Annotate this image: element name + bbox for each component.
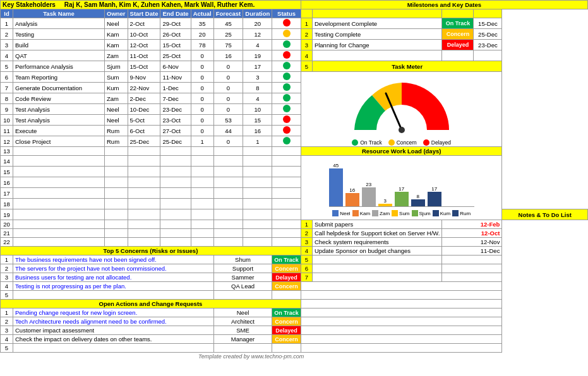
- stakeholders-list: Raj K, Sam Manh, Kim K, Zuhen Kahen, Mar…: [64, 1, 255, 8]
- ms-col-date: [474, 9, 502, 18]
- col-id: Id: [1, 9, 13, 18]
- status-dot: [283, 115, 291, 123]
- milestones-header: Milestones and Key Dates: [303, 1, 585, 8]
- concern-row: 2 The servers for the project have not b…: [1, 264, 588, 273]
- table-row: 22 3 Check system requirements 12-Nov: [1, 238, 588, 247]
- concern-row: 5: [1, 291, 588, 300]
- resource-header: Resource Work Load (days): [301, 147, 502, 156]
- table-row: 4 QAT Zam 11-Oct 25-Oct 0 16 19 4: [1, 50, 588, 61]
- col-owner: Owner: [105, 9, 128, 18]
- table-row: 1 Analysis Neel 2-Oct 29-Oct 35 45 20 1 …: [1, 18, 588, 29]
- concern-row: 1 The business requirements have not bee…: [1, 256, 588, 264]
- table-row: 5 Performance Analysis Sjum 15-Oct 6-Nov…: [1, 61, 588, 72]
- status-dot: [283, 83, 291, 91]
- stakeholders-title: Key Stakeholders: [3, 1, 56, 8]
- col-status: Status: [272, 9, 301, 18]
- action-row: 1 Pending change request for new login s…: [1, 308, 588, 317]
- status-dot: [283, 73, 291, 80]
- resource-legend: Neel Kam Zam Sum Sjum Kum Rum: [326, 210, 477, 216]
- open-actions-header: Open Actions and Change Requests: [1, 300, 301, 308]
- concern-row: 4 Testing is not progressing as per the …: [1, 282, 588, 291]
- status-dot: [283, 19, 291, 26]
- key-stakeholders-label: Key Stakeholders Raj K, Sam Manh, Kim K,…: [1, 1, 301, 9]
- action-row: 2 Tech Architecture needs alignment need…: [1, 317, 588, 326]
- status-dot: [283, 62, 291, 69]
- table-row: 14 45 16: [1, 156, 588, 167]
- col-actual: Actual: [191, 9, 213, 18]
- table-row: 3 Build Kam 12-Oct 15-Oct 78 75 4 3 Plan…: [1, 40, 588, 50]
- task-meter-legend: On Track Concern Delayed: [303, 139, 500, 146]
- status-dot: [283, 137, 291, 144]
- milestones-top: Milestones and Key Dates: [301, 1, 587, 9]
- col-task: Task Name: [13, 9, 105, 18]
- top5-header: Top 5 Concerns (Risks or Issues): [1, 247, 301, 256]
- ms-col-id: [301, 9, 312, 18]
- footer: Template created by www.techno-pm.com: [1, 353, 502, 361]
- table-row: 2 Testing Kam 10-Oct 26-Oct 20 25 12 2 T…: [1, 29, 588, 40]
- task-meter-header: Task Meter: [312, 61, 502, 72]
- action-row: 3 Customer impact assessment SME Delayed: [1, 326, 588, 335]
- table-row: 21 2 Call helpdesk for Support ticket on…: [1, 229, 588, 238]
- ms-col-status: [442, 9, 474, 18]
- col-duration: Duration: [243, 9, 272, 18]
- table-row: 20 1 Submit papers 12-Feb: [1, 220, 588, 229]
- main-table: Key Stakeholders Raj K, Sam Manh, Kim K,…: [0, 0, 588, 360]
- status-dot: [283, 94, 291, 102]
- col-end: End Date: [160, 9, 191, 18]
- table-row: 13 Resource Work Load (days): [1, 147, 588, 156]
- status-dot: [283, 126, 291, 134]
- svg-point-2: [399, 127, 405, 133]
- notes-header: Notes & To Do List: [502, 209, 588, 220]
- action-row: 5: [1, 344, 588, 353]
- resource-chart: 45 16 23 3: [301, 156, 502, 220]
- task-meter-chart: On Track Concern Delayed: [301, 72, 502, 147]
- table-row: 6 Team Reporting Sum 9-Nov 11-Nov 0 0 3: [1, 72, 588, 83]
- status-dot: [283, 51, 291, 59]
- status-dot: [283, 105, 291, 112]
- status-dot: [283, 30, 291, 37]
- col-forecast: Forecast: [213, 9, 243, 18]
- action-row: 4 Check the impact on delivery dates on …: [1, 335, 588, 344]
- status-dot: [283, 40, 291, 48]
- col-start: Start Date: [128, 9, 160, 18]
- ms-col-name: [312, 9, 442, 18]
- concern-row: 3 Business users for testing are not all…: [1, 273, 588, 282]
